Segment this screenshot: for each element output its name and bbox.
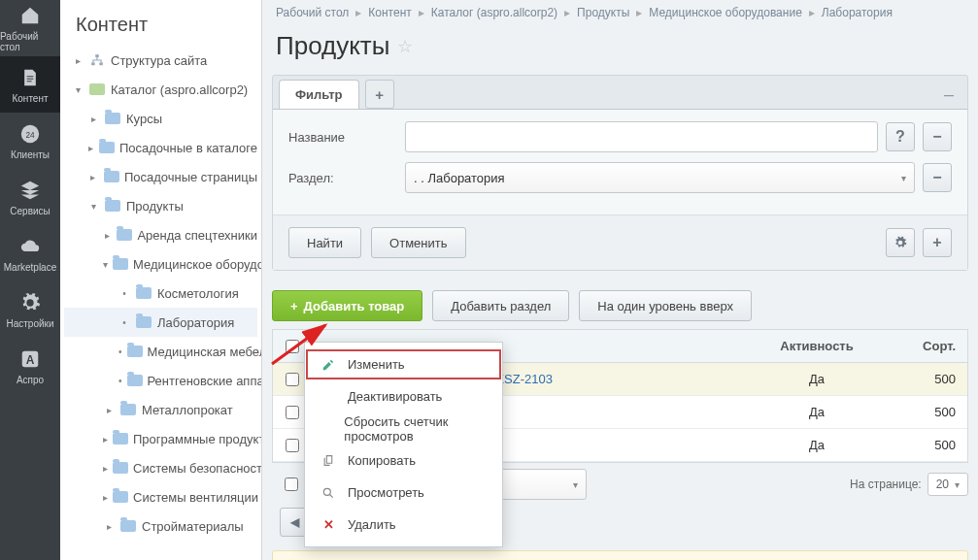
filter-buttons: Найти Отменить + xyxy=(273,214,967,270)
catalog-icon xyxy=(88,82,106,97)
ctx-edit[interactable]: Изменить xyxy=(305,348,502,380)
tree-node[interactable]: •Рентгеновские аппараты xyxy=(64,366,257,395)
tree-arrow-icon[interactable]: ▸ xyxy=(87,143,94,153)
breadcrumb-link[interactable]: Медицинское оборудование xyxy=(649,6,801,19)
tree-arrow-icon[interactable]: ▾ xyxy=(72,84,84,95)
copy-icon xyxy=(319,454,338,467)
tree-node[interactable]: ▸Структура сайта xyxy=(64,46,257,75)
folder-icon xyxy=(135,314,152,330)
level-up-button[interactable]: На один уровень вверх xyxy=(579,290,752,321)
nav-layers[interactable]: Сервисы xyxy=(0,169,60,225)
ctx-deactivate[interactable]: Деактивировать xyxy=(305,380,502,412)
row-checkbox[interactable] xyxy=(286,439,299,452)
ctx-delete[interactable]: ✕ Удалить xyxy=(305,509,502,541)
breadcrumb-link[interactable]: Продукты xyxy=(577,6,629,19)
row-checkbox[interactable] xyxy=(286,373,299,386)
breadcrumb-link[interactable]: Рабочий стол xyxy=(276,6,349,19)
ctx-view[interactable]: Просмотреть xyxy=(305,477,502,509)
breadcrumb-sep: ▸ xyxy=(564,6,570,19)
tree-arrow-icon[interactable]: ▸ xyxy=(72,55,84,66)
filter-add-field-button[interactable]: + xyxy=(923,228,952,257)
tree-arrow-icon[interactable]: ▸ xyxy=(103,463,108,474)
select-all-bottom-checkbox[interactable] xyxy=(285,478,298,491)
select-all-checkbox[interactable] xyxy=(286,340,299,353)
tree-label: Системы безопасности xyxy=(133,461,262,476)
tree-arrow-icon[interactable]: • xyxy=(118,288,130,299)
tree-arrow-icon[interactable]: ▸ xyxy=(103,521,115,532)
breadcrumb-link[interactable]: Лаборатория xyxy=(822,6,893,19)
tree-arrow-icon[interactable]: ▸ xyxy=(103,405,115,415)
pager-size-select[interactable]: 20 ▾ xyxy=(927,473,968,496)
ctx-reset-counter[interactable]: Сбросить счетчик просмотров xyxy=(305,412,502,445)
row-active: Да xyxy=(754,372,880,386)
filter-tab-main[interactable]: Фильтр xyxy=(279,80,359,109)
tree-arrow-icon[interactable]: ▾ xyxy=(87,201,99,212)
filter-name-help-button[interactable]: ? xyxy=(886,122,915,151)
tree-node[interactable]: ▸Курсы xyxy=(64,104,257,133)
tree-arrow-icon[interactable]: • xyxy=(118,346,122,357)
nav-cloud[interactable]: Marketplace xyxy=(0,225,60,281)
tree-arrow-icon[interactable]: ▸ xyxy=(103,230,112,241)
filter-collapse-button[interactable]: – xyxy=(944,84,954,105)
tree-node[interactable]: ▸Посадочные страницы xyxy=(64,162,257,191)
doc-icon xyxy=(18,66,42,89)
tree-label: Рентгеновские аппараты xyxy=(148,374,262,388)
filter-find-button[interactable]: Найти xyxy=(288,227,361,258)
filter-add-tab-button[interactable]: + xyxy=(365,80,394,109)
tree-node[interactable]: •Косметология xyxy=(64,279,257,308)
filter-settings-button[interactable] xyxy=(886,228,915,257)
tree-arrow-icon[interactable]: ▸ xyxy=(103,492,108,503)
breadcrumb-link[interactable]: Каталог (aspro.allcorp2) xyxy=(431,6,557,19)
tree-node[interactable]: ▸Системы вентиляции xyxy=(64,482,257,511)
tree-label: Медицинская мебель xyxy=(148,345,262,359)
tree-label: Медицинское оборудование xyxy=(133,257,262,272)
tree-node[interactable]: ▸Стройматериалы xyxy=(64,511,257,541)
row-checkbox[interactable] xyxy=(286,406,299,419)
tree-node[interactable]: ▸Системы безопасности xyxy=(64,453,257,482)
page-title-row: Продукты ☆ xyxy=(262,25,978,75)
tree-arrow-icon[interactable]: • xyxy=(118,376,122,386)
col-active-header[interactable]: Активность xyxy=(754,339,880,353)
tree-node[interactable]: ▾Медицинское оборудование xyxy=(64,249,257,279)
filter-name-remove-button[interactable]: − xyxy=(923,122,952,151)
tree-title: Контент xyxy=(60,0,261,46)
breadcrumb-link[interactable]: Контент xyxy=(368,6,411,19)
add-section-button[interactable]: Добавить раздел xyxy=(432,290,569,321)
tree-node[interactable]: •Медицинская мебель xyxy=(64,337,257,366)
row-active: Да xyxy=(754,405,880,419)
tree-arrow-icon[interactable]: • xyxy=(118,317,130,328)
tree-arrow-icon[interactable]: ▾ xyxy=(103,259,108,270)
filter-tabs: Фильтр + – xyxy=(273,76,967,109)
tree-node[interactable]: ▸Посадочные в каталоге xyxy=(64,133,257,162)
nav-letter-a[interactable]: AАспро xyxy=(0,338,60,394)
filter-section-select[interactable]: . . Лаборатория ▾ xyxy=(405,162,915,193)
nav-clock24[interactable]: 24Клиенты xyxy=(0,113,60,169)
filter-name-label: Название xyxy=(288,130,405,145)
letter-a-icon: A xyxy=(18,347,42,371)
filter-name-input[interactable] xyxy=(405,121,878,152)
clock24-icon: 24 xyxy=(18,122,42,146)
nav-doc[interactable]: Контент xyxy=(0,56,60,113)
tree-arrow-icon[interactable]: ▸ xyxy=(87,172,98,182)
ctx-copy[interactable]: Копировать xyxy=(305,445,502,477)
tree-node[interactable]: ▾Каталог (aspro.allcorp2) xyxy=(64,75,257,104)
col-sort-header[interactable]: Сорт. xyxy=(880,339,967,353)
tree-arrow-icon[interactable]: ▸ xyxy=(87,114,99,124)
favorite-star-icon[interactable]: ☆ xyxy=(397,36,413,57)
tree-node[interactable]: •Лаборатория xyxy=(64,308,257,337)
chevron-down-icon: ▾ xyxy=(955,479,960,490)
add-item-button[interactable]: +Добавить товар xyxy=(272,290,422,321)
tree-node[interactable]: ▸Программные продукты xyxy=(64,424,257,453)
folder-icon xyxy=(119,518,137,534)
filter-panel: Фильтр + – Название ? − Раздел: . . Лабо… xyxy=(272,75,968,271)
content-tree: ▸Структура сайта▾Каталог (aspro.allcorp2… xyxy=(60,46,261,541)
tree-node[interactable]: ▸Металлопрокат xyxy=(64,395,257,424)
tree-node[interactable]: ▸Аренда спецтехники xyxy=(64,220,257,249)
filter-cancel-button[interactable]: Отменить xyxy=(371,227,465,258)
nav-home[interactable]: Рабочий стол xyxy=(0,0,60,56)
tree-arrow-icon[interactable]: ▸ xyxy=(103,434,108,445)
tree-node[interactable]: ▾Продукты xyxy=(64,191,257,220)
gear-icon xyxy=(18,291,42,314)
nav-gear[interactable]: Настройки xyxy=(0,281,60,338)
filter-section-remove-button[interactable]: − xyxy=(923,163,952,192)
